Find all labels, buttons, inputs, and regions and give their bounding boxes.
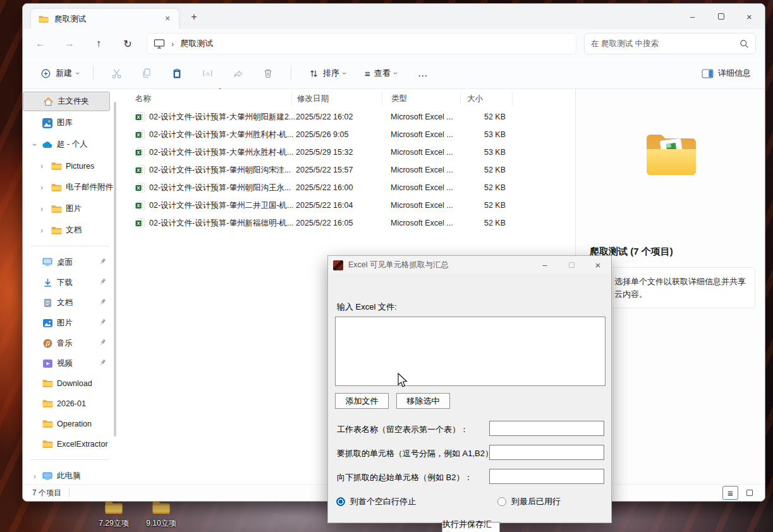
sidebar-item-onedrive[interactable]: › 超 - 个人 <box>23 135 118 154</box>
sidebar-item-download-folder[interactable]: Download <box>23 374 118 393</box>
file-name: 02-设计文件-设计预算-肇州朝阳沟宋洼... <box>149 165 296 176</box>
large-folder-icon <box>644 132 698 180</box>
sidebar-item-2026-01[interactable]: 2026-01 <box>23 394 118 413</box>
icons-view-button[interactable] <box>741 486 757 500</box>
file-size: 53 KB <box>466 148 506 157</box>
desktop-icon-folder-1[interactable]: 7.29立项 <box>94 500 134 529</box>
onedrive-cloud-icon <box>42 139 53 150</box>
excel-file-icon: X <box>135 200 149 210</box>
chevron-collapsed-icon[interactable]: › <box>38 183 46 192</box>
file-row[interactable]: X 02-设计文件-设计预算-大肇州胜利村-机... 2025/5/26 9:0… <box>118 126 575 143</box>
breadcrumb-location[interactable]: 爬取测试 <box>180 38 213 49</box>
radio-last-used-row[interactable]: 到最后已用行 <box>497 496 561 507</box>
desktop-icon <box>42 257 53 268</box>
sidebar-item-home[interactable]: 主文件夹 <box>23 92 110 111</box>
more-options-button[interactable]: … <box>413 68 434 79</box>
sidebar-item-email-attachments[interactable]: › 电子邮件附件 <box>23 178 118 197</box>
file-row[interactable]: X 02-设计文件-设计预算-肇州朝阳沟王永... 2025/5/22 16:0… <box>118 179 575 196</box>
tab-folder[interactable]: 爬取测试 × <box>30 8 180 29</box>
cells-input[interactable] <box>489 445 604 460</box>
sort-button[interactable]: 排序 › <box>303 64 351 83</box>
radio-label[interactable]: 到首个空白行停止 <box>350 496 416 507</box>
cut-button[interactable] <box>104 63 128 84</box>
file-row[interactable]: X 02-设计文件-设计预算-肇州新福德明-机... 2025/5/22 16:… <box>118 214 575 232</box>
dialog-minimize-button[interactable]: – <box>532 256 558 275</box>
remove-selected-button[interactable]: 移除选中 <box>396 393 450 409</box>
radio-label[interactable]: 到最后已用行 <box>511 496 561 507</box>
file-row[interactable]: X 02-设计文件-设计预算-大肇州永胜村-机... 2025/5/29 15:… <box>118 143 575 161</box>
sidebar-item-pictures-cn[interactable]: › 图片 <box>23 199 118 219</box>
tab-close-icon[interactable]: × <box>161 13 174 25</box>
folder-icon <box>104 500 123 515</box>
radio-selected-icon[interactable] <box>336 497 345 506</box>
up-button[interactable]: ↑ <box>88 33 109 54</box>
chevron-expanded-icon[interactable]: › <box>30 141 39 148</box>
sidebar-item-pictures[interactable]: 图片 <box>23 313 118 332</box>
column-header-name[interactable]: 名称 <box>135 94 291 104</box>
back-button[interactable]: ← <box>30 33 51 54</box>
sidebar-item-downloads[interactable]: 下载 <box>23 273 118 292</box>
svg-text:X: X <box>137 203 140 209</box>
rename-button[interactable]: A <box>195 63 219 84</box>
search-box[interactable] <box>584 33 756 54</box>
start-cell-input[interactable] <box>489 469 604 484</box>
radio-stop-at-blank[interactable]: 到首个空白行停止 <box>336 496 416 507</box>
copy-button[interactable] <box>135 63 159 84</box>
dialog-body: 输入 Excel 文件: 添加文件 移除选中 工作表名称（留空表示第一个表）： … <box>328 275 611 523</box>
paste-button[interactable] <box>165 63 189 84</box>
new-button[interactable]: 新建 › <box>34 64 85 83</box>
desktop-icon-folder-2[interactable]: 9.10立项 <box>141 500 181 529</box>
details-view-button[interactable]: ≡ <box>722 486 738 500</box>
new-tab-button[interactable]: + <box>186 9 202 26</box>
maximize-button[interactable] <box>707 7 735 26</box>
column-header-date[interactable]: 修改日期 <box>291 92 382 105</box>
view-button[interactable]: ≡ 查看 › <box>359 64 403 83</box>
sidebar-item-operation[interactable]: Operation <box>23 414 118 433</box>
chevron-collapsed-icon[interactable]: › <box>38 205 46 214</box>
radio-unselected-icon[interactable] <box>497 497 506 506</box>
search-input[interactable] <box>591 39 740 48</box>
file-row[interactable]: X 02-设计文件-设计预算-肇州二井卫国-机... 2025/5/22 16:… <box>118 196 575 214</box>
chevron-collapsed-icon[interactable]: › <box>31 472 39 481</box>
dialog-title-bar[interactable]: Excel 可见单元格抓取与汇总 – × <box>328 256 611 275</box>
details-pane-toggle[interactable]: 详细信息 <box>699 64 753 83</box>
excel-file-icon: X <box>135 218 149 228</box>
file-row[interactable]: X 02-设计文件-设计预算-肇州朝阳沟宋洼... 2025/5/22 15:5… <box>118 161 575 179</box>
sidebar-item-pictures-en[interactable]: › Pictures <box>23 156 118 176</box>
sidebar-item-desktop[interactable]: 桌面 <box>23 253 118 272</box>
file-row[interactable]: X 02-设计文件-设计预算-大肇州朝阳新建2... 2025/5/22 16:… <box>118 108 575 126</box>
sidebar-item-gallery[interactable]: 图库 <box>23 113 118 133</box>
sidebar-item-excelextractor[interactable]: ExcelExtractor <box>23 435 118 454</box>
sidebar-item-music[interactable]: 音乐 <box>23 334 118 353</box>
share-icon <box>232 68 244 79</box>
delete-button[interactable] <box>256 63 280 84</box>
run-and-save-button[interactable]: 执行并保存汇总 <box>442 522 500 532</box>
cells-label: 要抓取的单元格（逗号分隔，例如 A1,B2）： <box>337 448 501 459</box>
toolbar-divider <box>291 66 291 81</box>
file-name: 02-设计文件-设计预算-大肇州朝阳新建2... <box>149 112 296 123</box>
refresh-button[interactable]: ↻ <box>118 33 138 54</box>
column-header-size[interactable]: 大小 <box>460 92 513 105</box>
sidebar-item-videos[interactable]: 视频 <box>23 354 118 373</box>
file-listbox[interactable] <box>335 317 606 386</box>
sidebar-item-documents-cn[interactable]: › 文档 <box>23 221 118 240</box>
close-button[interactable]: × <box>735 7 764 26</box>
view-lines-icon: ≡ <box>365 68 370 79</box>
share-button[interactable] <box>226 63 250 84</box>
minimize-button[interactable]: – <box>678 7 707 26</box>
file-type: Microsoft Excel ... <box>391 166 466 174</box>
dialog-close-button[interactable]: × <box>585 256 611 275</box>
svg-text:X: X <box>137 221 140 226</box>
forward-button[interactable]: → <box>59 33 80 54</box>
add-files-button[interactable]: 添加文件 <box>335 393 389 409</box>
chevron-collapsed-icon[interactable]: › <box>38 226 46 235</box>
file-date: 2025/5/26 9:05 <box>296 130 391 139</box>
sheet-name-input[interactable] <box>489 421 604 436</box>
sidebar-scrollbar[interactable] <box>114 102 116 437</box>
sidebar-item-this-pc[interactable]: › 此电脑 <box>23 466 118 484</box>
column-header-type[interactable]: 类型 <box>382 92 460 105</box>
chevron-collapsed-icon[interactable]: › <box>38 162 46 171</box>
address-bar[interactable]: › 爬取测试 <box>147 33 576 54</box>
dialog-maximize-button[interactable] <box>558 256 585 275</box>
sidebar-item-documents[interactable]: 文档 <box>23 293 118 312</box>
